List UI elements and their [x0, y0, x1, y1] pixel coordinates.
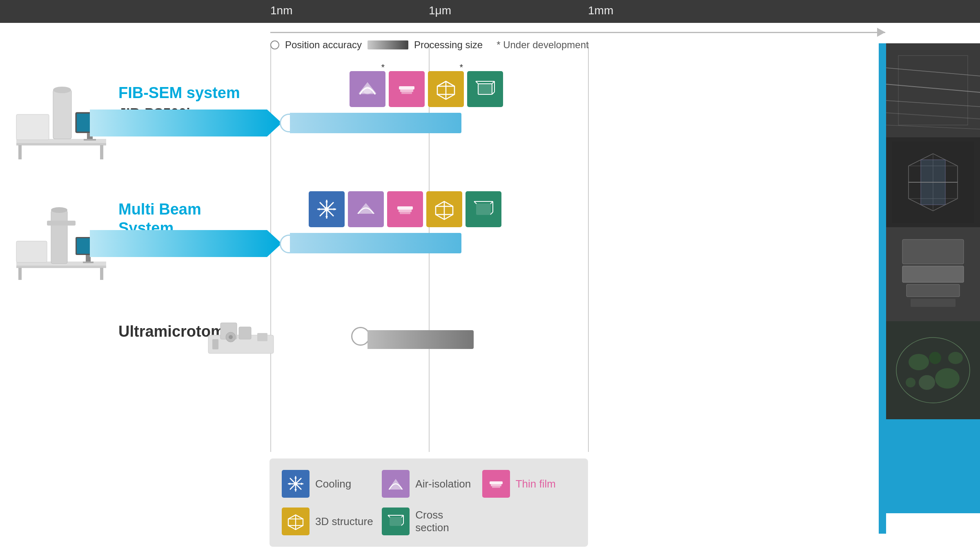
- svg-point-4: [53, 87, 71, 93]
- svg-marker-48: [334, 208, 336, 210]
- svg-point-33: [51, 207, 67, 213]
- svg-rect-51: [400, 212, 410, 214]
- fibsem-icon-crosssection: [467, 71, 503, 107]
- fibsem-blue-bar: [90, 110, 282, 136]
- guide-line-mm: [588, 43, 589, 452]
- legend-row: Position accuracy Processing size * Unde…: [270, 39, 589, 51]
- svg-rect-8: [84, 139, 96, 141]
- svg-rect-12: [399, 86, 414, 89]
- multibeam-processing-bar: [290, 233, 461, 253]
- svg-rect-13: [400, 89, 413, 92]
- svg-point-88: [909, 354, 929, 370]
- svg-rect-10: [100, 145, 103, 159]
- svg-rect-86: [886, 321, 980, 419]
- sample-image-2: [886, 137, 980, 227]
- svg-rect-31: [51, 210, 67, 264]
- svg-point-66: [229, 335, 233, 339]
- multibeam-icon-3d: [426, 191, 462, 227]
- svg-rect-14: [401, 92, 412, 94]
- svg-rect-9: [18, 145, 22, 159]
- svg-rect-105: [492, 486, 500, 488]
- multibeam-capability-icons: [309, 191, 501, 227]
- fibsem-icon-air: *: [350, 71, 385, 107]
- legend-crosssection-icon: [382, 508, 410, 535]
- svg-rect-110: [390, 517, 401, 525]
- position-accuracy-label: Position accuracy: [285, 39, 362, 51]
- legend-3d-label: 3D structure: [315, 515, 373, 528]
- svg-rect-56: [477, 204, 490, 215]
- scale-line: [270, 32, 885, 33]
- multibeam-icon-air: [348, 191, 384, 227]
- svg-rect-1: [16, 143, 106, 145]
- multibeam-icon-thinfilm: [387, 191, 423, 227]
- svg-point-44: [325, 207, 329, 211]
- svg-rect-2: [16, 114, 49, 140]
- svg-rect-69: [886, 43, 980, 137]
- scale-nm: 1nm: [270, 4, 292, 17]
- scale-mm: 1mm: [588, 4, 613, 17]
- legend-thinfilm-label: Thin film: [516, 478, 556, 490]
- svg-rect-29: [16, 266, 106, 268]
- sample-image-3: [886, 227, 980, 321]
- svg-marker-47: [317, 208, 320, 210]
- svg-rect-68: [257, 333, 267, 341]
- asterisk-1: *: [381, 62, 385, 73]
- svg-point-92: [906, 378, 915, 387]
- fibsem-capability-icons: * *: [350, 71, 503, 107]
- svg-rect-67: [212, 339, 218, 349]
- svg-rect-49: [397, 206, 413, 210]
- asterisk-2: *: [459, 62, 463, 73]
- multibeam-icon-crosssection: [466, 191, 501, 227]
- svg-line-20: [437, 81, 446, 86]
- sample-image-1: [886, 43, 980, 137]
- under-development-label: * Under development: [497, 39, 588, 51]
- scale-um: 1μm: [429, 4, 451, 17]
- legend-air-label: Air-isolation: [415, 478, 471, 490]
- fibsem-processing-bar: [290, 113, 461, 133]
- svg-point-98: [294, 482, 297, 485]
- legend-air: Air-isolation: [382, 470, 475, 498]
- legend-3d: 3D structure: [282, 508, 375, 535]
- svg-rect-50: [399, 210, 412, 212]
- legend-crosssection: Cross section: [382, 508, 475, 535]
- svg-rect-22: [478, 84, 492, 94]
- ultramicrotome-image: [200, 311, 282, 360]
- svg-rect-38: [18, 268, 22, 280]
- svg-marker-100: [294, 489, 297, 492]
- svg-point-89: [935, 368, 960, 389]
- blue-accent-bar: [879, 43, 886, 534]
- svg-rect-104: [491, 484, 501, 486]
- multibeam-icon-cooling: [309, 191, 345, 227]
- svg-point-93: [948, 352, 963, 364]
- processing-size-gradient: [368, 40, 408, 49]
- svg-rect-30: [16, 241, 47, 262]
- svg-rect-32: [47, 221, 76, 226]
- multibeam-blue-bar: [90, 230, 282, 257]
- svg-rect-83: [902, 266, 964, 282]
- svg-rect-3: [53, 90, 71, 139]
- fibsem-icon-3d: *: [428, 71, 464, 107]
- legend-cooling-label: Cooling: [315, 478, 351, 490]
- svg-marker-45: [325, 200, 328, 202]
- ultramicrotome-processing-bar: [368, 330, 474, 349]
- svg-line-19: [446, 81, 454, 86]
- svg-marker-101: [288, 483, 290, 485]
- fibsem-icon-thinfilm: [389, 71, 425, 107]
- legend-cooling-icon: [282, 470, 310, 498]
- scale-arrow: [877, 28, 885, 37]
- legend-cooling: Cooling: [282, 470, 375, 498]
- svg-marker-99: [294, 476, 297, 479]
- right-panel: [886, 43, 980, 513]
- legend-air-icon: [382, 470, 410, 498]
- svg-rect-37: [83, 262, 94, 263]
- legend-thinfilm: Thin film: [482, 470, 576, 498]
- svg-point-90: [919, 375, 935, 390]
- sample-image-4: [886, 321, 980, 419]
- svg-rect-82: [902, 239, 964, 264]
- svg-rect-39: [100, 268, 103, 280]
- svg-rect-103: [490, 481, 503, 484]
- top-bar: [0, 0, 980, 23]
- svg-marker-102: [301, 483, 303, 485]
- legend-3d-icon: [282, 508, 310, 535]
- svg-rect-84: [906, 284, 960, 297]
